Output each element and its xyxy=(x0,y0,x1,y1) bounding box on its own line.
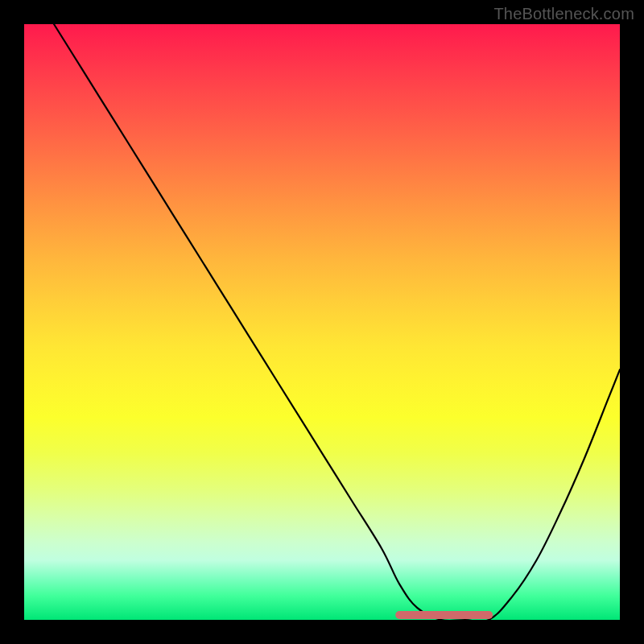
bottleneck-curve-path xyxy=(54,24,620,621)
watermark-text: TheBottleneck.com xyxy=(493,5,634,23)
chart-frame: TheBottleneck.com xyxy=(0,0,644,644)
plot-area xyxy=(24,24,620,620)
curve-layer xyxy=(24,24,620,620)
